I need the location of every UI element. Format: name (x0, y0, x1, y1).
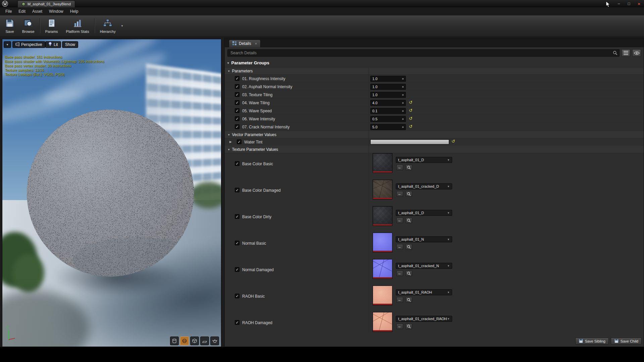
browse-to-asset-button[interactable] (406, 165, 412, 170)
property-matrix-button[interactable] (622, 49, 630, 57)
parameter-value-field[interactable]: 0.5 ◆ (370, 116, 406, 122)
browse-to-asset-button[interactable] (406, 323, 412, 329)
sphere-shape-button[interactable] (180, 337, 189, 345)
parameter-checkbox[interactable]: ✓ (235, 320, 239, 325)
maximize-button[interactable]: □ (624, 0, 634, 7)
minimize-button[interactable]: – (614, 0, 624, 7)
texture-asset-dropdown[interactable]: t_asphalt_01_D ▼ (396, 210, 452, 216)
texture-thumbnail[interactable] (373, 180, 392, 199)
texture-group-color-bar (373, 304, 392, 305)
parameter-checkbox[interactable]: ✓ (237, 139, 241, 144)
browse-to-asset-button[interactable] (406, 244, 412, 250)
parameter-value-field[interactable]: 4.0 ◆ (370, 100, 406, 106)
parameter-value-field[interactable]: 0.1 ◆ (370, 108, 406, 114)
texture-asset-dropdown[interactable]: t_asphalt_01_cracked_N ▼ (396, 263, 452, 269)
lit-mode-button[interactable]: Lit (45, 41, 61, 48)
menu-file[interactable]: File (2, 7, 15, 15)
view-options-eye-button[interactable] (632, 49, 641, 57)
use-selected-asset-button[interactable]: ← (396, 323, 403, 329)
parameter-checkbox[interactable]: ✓ (235, 108, 239, 113)
texture-thumbnail[interactable] (373, 259, 392, 279)
texture-thumbnail[interactable] (373, 233, 392, 252)
texture-asset-dropdown[interactable]: t_asphalt_01_D ▼ (396, 157, 452, 163)
tab-close-icon[interactable]: × (255, 42, 257, 46)
parameter-checkbox[interactable]: ✓ (235, 161, 239, 166)
menu-help[interactable]: Help (67, 7, 82, 15)
use-selected-asset-button[interactable]: ← (396, 165, 403, 170)
water-tint-color-swatch[interactable] (370, 139, 449, 144)
browse-to-asset-button[interactable] (406, 297, 412, 303)
texture-thumbnail[interactable] (373, 206, 392, 226)
use-selected-asset-button[interactable]: ← (396, 218, 403, 223)
reset-to-default-button[interactable]: ↺ (409, 124, 413, 129)
cylinder-shape-button[interactable] (170, 337, 179, 345)
browse-button[interactable]: Browse (18, 16, 39, 35)
params-button[interactable]: Params (41, 16, 62, 35)
parameter-checkbox[interactable]: ✓ (235, 267, 239, 272)
parameter-checkbox[interactable]: ✓ (235, 100, 239, 105)
parameter-row: ✓ 06. Wave Intensity 0.5 ◆ ↺ (225, 115, 644, 123)
use-selected-asset-button[interactable]: ← (396, 297, 403, 303)
parameter-value-field[interactable]: 1.0 ◆ (370, 84, 406, 90)
texture-group-color-bar (373, 224, 392, 226)
reset-to-default-button[interactable]: ↺ (409, 108, 413, 113)
parameter-value-field[interactable]: 1.0 ◆ (370, 76, 406, 82)
close-button[interactable]: × (634, 0, 644, 7)
browse-to-asset-button[interactable] (406, 191, 412, 197)
save-child-button[interactable]: Save Child (611, 338, 642, 345)
parameter-checkbox[interactable]: ✓ (235, 84, 239, 89)
plane-shape-button[interactable] (200, 337, 209, 345)
texture-asset-dropdown[interactable]: t_asphalt_01_N ▼ (396, 236, 452, 242)
custom-mesh-button[interactable] (210, 337, 219, 345)
show-menu-button[interactable]: Show (62, 41, 78, 48)
save-sibling-button[interactable]: Save Sibling (575, 338, 609, 345)
texture-thumbnail[interactable] (373, 312, 392, 332)
search-row (225, 47, 644, 59)
parameter-checkbox[interactable]: ✓ (235, 294, 239, 298)
parameter-checkbox[interactable]: ✓ (235, 188, 239, 192)
parameter-groups-header[interactable]: ▾ Parameter Groups (225, 59, 644, 67)
browse-to-asset-button[interactable] (406, 270, 412, 276)
search-input[interactable] (227, 49, 620, 57)
parameter-value-field[interactable]: 1.0 ◆ (370, 92, 406, 98)
tab-details[interactable]: Details × (229, 40, 261, 47)
browse-to-asset-button[interactable] (406, 218, 412, 223)
parameter-value-field[interactable]: 5.0 ◆ (370, 124, 406, 130)
platform-stats-button[interactable]: Platform Stats (62, 16, 93, 35)
cube-shape-button[interactable] (190, 337, 199, 345)
reset-to-default-button[interactable]: ↺ (409, 100, 413, 105)
viewport-options-button[interactable]: ▼ (4, 41, 11, 48)
use-selected-asset-button[interactable]: ← (396, 270, 403, 276)
details-body: ▾ Parameter Groups ▾ Parameters ✓ 01. Ro… (225, 47, 644, 347)
slider-nub-icon: ◆ (402, 102, 404, 104)
parameter-checkbox[interactable]: ✓ (235, 116, 239, 121)
menu-window[interactable]: Window (46, 7, 67, 15)
category-parameters[interactable]: ▾ Parameters (225, 67, 644, 75)
texture-asset-dropdown[interactable]: t_asphalt_01_cracked_RAOH ▼ (396, 316, 452, 322)
category-texture-parameter-values[interactable]: ▾ Texture Parameter Values (225, 146, 644, 153)
expand-triangle-icon[interactable]: ▶ (229, 140, 232, 143)
reset-to-default-button[interactable]: ↺ (451, 139, 455, 144)
perspective-button[interactable]: Perspective (12, 41, 45, 48)
hierarchy-button[interactable]: Hierarchy (96, 16, 120, 35)
texture-asset-dropdown[interactable]: t_asphalt_01_RAOH ▼ (396, 289, 452, 295)
hierarchy-dropdown-caret[interactable]: ▾ (120, 24, 125, 27)
column-splitter[interactable] (369, 67, 369, 333)
parameter-checkbox[interactable]: ✓ (235, 76, 239, 81)
texture-asset-dropdown[interactable]: t_asphalt_01_cracked_D ▼ (396, 183, 452, 189)
menu-asset[interactable]: Asset (29, 7, 46, 15)
category-vector-parameter-values[interactable]: ▾ Vector Parameter Values (225, 131, 644, 138)
save-button[interactable]: Save (1, 16, 18, 35)
document-tab[interactable]: M_asphalt_01_3wayBlend (17, 0, 75, 7)
texture-thumbnail[interactable] (373, 286, 392, 305)
viewport-3d[interactable]: ▼ Perspective Lit Show Base pass shader:… (2, 39, 221, 347)
parameter-checkbox[interactable]: ✓ (235, 92, 239, 97)
reset-to-default-button[interactable]: ↺ (409, 116, 413, 121)
texture-thumbnail[interactable] (373, 153, 392, 173)
parameter-checkbox[interactable]: ✓ (235, 241, 239, 245)
parameter-checkbox[interactable]: ✓ (235, 124, 239, 129)
use-selected-asset-button[interactable]: ← (396, 244, 403, 250)
parameter-checkbox[interactable]: ✓ (235, 214, 239, 219)
use-selected-asset-button[interactable]: ← (396, 191, 403, 197)
menu-edit[interactable]: Edit (15, 7, 29, 15)
